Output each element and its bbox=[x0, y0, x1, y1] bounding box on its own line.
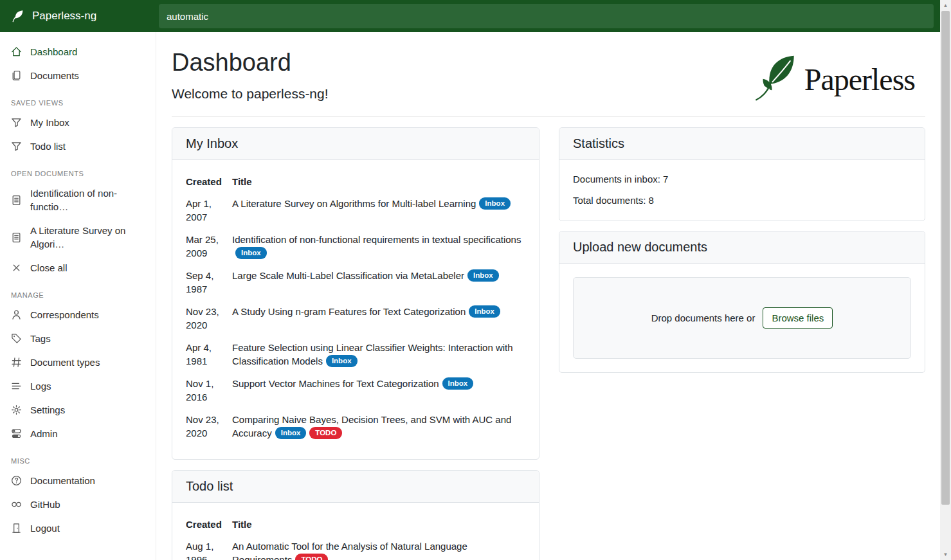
leaf-icon bbox=[11, 9, 25, 23]
sidebar-item-github[interactable]: GitHub bbox=[0, 492, 156, 516]
sidebar-item-close-all[interactable]: Close all bbox=[0, 256, 156, 280]
main-content: Dashboard Welcome to paperless-ng! Paper… bbox=[156, 32, 940, 560]
sidebar-item-documentation[interactable]: Documentation bbox=[0, 469, 156, 492]
tag-icon bbox=[11, 333, 22, 344]
header-divider bbox=[172, 116, 925, 117]
column-header-title: Title bbox=[232, 516, 525, 536]
close-icon bbox=[11, 262, 22, 273]
sidebar-section-misc: MISC bbox=[0, 457, 156, 465]
todo-card: Todo list Created Title Aug 1, 1996An Au… bbox=[172, 470, 539, 560]
search-input[interactable] bbox=[159, 4, 934, 28]
doc-title-link[interactable]: Feature Selection using Linear Classifie… bbox=[232, 342, 513, 366]
tag-badge-inbox[interactable]: Inbox bbox=[275, 427, 307, 439]
statistics-line: Total documents: 8 bbox=[573, 195, 911, 206]
doc-title-link[interactable]: A Study Using n-gram Features for Text C… bbox=[232, 306, 466, 317]
sidebar: DashboardDocumentsSAVED VIEWSMy InboxTod… bbox=[0, 32, 156, 560]
inbox-card: My Inbox Created Title Apr 1, 2007A Lite… bbox=[172, 127, 539, 460]
tag-badge-inbox[interactable]: Inbox bbox=[326, 355, 358, 367]
table-row: Mar 25, 2009Identification of non-functi… bbox=[186, 230, 525, 266]
app-brand[interactable]: Paperless-ng bbox=[0, 0, 156, 32]
sidebar-item-documents[interactable]: Documents bbox=[0, 64, 156, 87]
tag-badge-todo[interactable]: TODO bbox=[295, 554, 328, 560]
table-row: Nov 1, 2016Support Vector Machines for T… bbox=[186, 374, 525, 410]
sidebar-item-document-types[interactable]: Document types bbox=[0, 350, 156, 374]
paperless-leaf-icon bbox=[752, 53, 798, 105]
sidebar-item-label: Settings bbox=[30, 403, 65, 417]
doc-created: Nov 1, 2016 bbox=[186, 374, 232, 410]
table-row: Sep 4, 1987Large Scale Multi-Label Class… bbox=[186, 266, 525, 302]
doc-created: Nov 23, 2020 bbox=[186, 410, 232, 446]
paperless-logo: Paperless bbox=[752, 53, 925, 105]
doc-created: Mar 25, 2009 bbox=[186, 230, 232, 266]
scroll-down-arrow[interactable]: ▼ bbox=[940, 549, 951, 560]
link-icon bbox=[11, 499, 22, 510]
tag-badge-todo[interactable]: TODO bbox=[309, 427, 342, 439]
sidebar-item-admin[interactable]: Admin bbox=[0, 422, 156, 446]
doc-title-link[interactable]: An Automatic Tool for the Analysis of Na… bbox=[232, 541, 467, 560]
doc-title-link[interactable]: A Literature Survey on Algorithms for Mu… bbox=[232, 198, 476, 209]
table-row: Apr 1, 2007A Literature Survey on Algori… bbox=[186, 194, 525, 230]
top-navbar: Paperless-ng bbox=[0, 0, 940, 32]
sidebar-item-label: Identification of non-functio… bbox=[30, 186, 145, 213]
doc-title-link[interactable]: Large Scale Multi-Label Classification v… bbox=[232, 270, 464, 281]
file-icon bbox=[11, 195, 22, 206]
column-header-created: Created bbox=[186, 174, 232, 194]
sidebar-item-tags[interactable]: Tags bbox=[0, 327, 156, 350]
filter-icon bbox=[11, 141, 22, 152]
statistics-card-title: Statistics bbox=[559, 128, 925, 160]
tag-badge-inbox[interactable]: Inbox bbox=[467, 269, 499, 282]
sidebar-item-identification-of-non-functio[interactable]: Identification of non-functio… bbox=[0, 181, 156, 219]
sidebar-item-label: Logout bbox=[30, 521, 60, 535]
sidebar-item-label: A Literature Survey on Algori… bbox=[30, 224, 145, 251]
dropzone-text: Drop documents here or bbox=[651, 312, 756, 323]
brand-label: Paperless-ng bbox=[32, 10, 96, 23]
gear-icon bbox=[11, 404, 22, 415]
sidebar-item-correspondents[interactable]: Correspondents bbox=[0, 303, 156, 327]
column-header-title: Title bbox=[232, 174, 525, 194]
upload-card: Upload new documents Drop documents here… bbox=[559, 231, 925, 373]
sidebar-item-dashboard[interactable]: Dashboard bbox=[0, 40, 156, 64]
page-subtitle: Welcome to paperless-ng! bbox=[172, 86, 329, 102]
page-scrollbar[interactable]: ▲ ▼ bbox=[940, 0, 951, 560]
home-icon bbox=[11, 46, 22, 57]
inbox-table: Created Title Apr 1, 2007A Literature Su… bbox=[186, 174, 525, 446]
column-header-created: Created bbox=[186, 516, 232, 536]
tag-badge-inbox[interactable]: Inbox bbox=[235, 247, 267, 259]
tag-badge-inbox[interactable]: Inbox bbox=[479, 197, 511, 210]
sidebar-item-label: Logs bbox=[30, 379, 51, 393]
sidebar-item-logs[interactable]: Logs bbox=[0, 374, 156, 398]
sidebar-item-label: Todo list bbox=[30, 140, 66, 153]
doc-title-link[interactable]: Comparing Naive Bayes, Decision Trees, a… bbox=[232, 414, 511, 438]
scrollbar-thumb[interactable] bbox=[941, 11, 950, 505]
sidebar-item-a-literature-survey-on-algori[interactable]: A Literature Survey on Algori… bbox=[0, 219, 156, 256]
sidebar-item-my-inbox[interactable]: My Inbox bbox=[0, 111, 156, 134]
hash-icon bbox=[11, 357, 22, 368]
table-row: Apr 4, 1981Feature Selection using Linea… bbox=[186, 338, 525, 374]
sidebar-item-label: Documents bbox=[30, 69, 79, 82]
sidebar-item-logout[interactable]: Logout bbox=[0, 516, 156, 540]
browse-files-button[interactable]: Browse files bbox=[763, 307, 833, 329]
page-title: Dashboard bbox=[172, 49, 329, 77]
sidebar-item-label: Close all bbox=[30, 261, 68, 275]
logo-wordmark: Paperless bbox=[804, 62, 915, 97]
tag-badge-inbox[interactable]: Inbox bbox=[469, 305, 500, 318]
sidebar-section-manage: MANAGE bbox=[0, 291, 156, 299]
doc-title-link[interactable]: Identification of non-functional require… bbox=[232, 234, 521, 245]
upload-card-title: Upload new documents bbox=[559, 231, 925, 264]
file-icon bbox=[11, 232, 22, 243]
upload-dropzone[interactable]: Drop documents here or Browse files bbox=[573, 277, 911, 359]
sidebar-item-todo-list[interactable]: Todo list bbox=[0, 134, 156, 158]
statistics-card: Statistics Documents in inbox: 7Total do… bbox=[559, 127, 925, 221]
doc-title-link[interactable]: Support Vector Machines for Text Categor… bbox=[232, 378, 439, 389]
sidebar-item-label: My Inbox bbox=[30, 116, 69, 129]
inbox-card-title: My Inbox bbox=[172, 128, 539, 160]
sidebar-item-label: GitHub bbox=[30, 498, 60, 511]
sidebar-section-saved-views: SAVED VIEWS bbox=[0, 99, 156, 107]
tag-badge-inbox[interactable]: Inbox bbox=[442, 377, 474, 390]
doc-created: Apr 4, 1981 bbox=[186, 338, 232, 374]
todo-table: Created Title Aug 1, 1996An Automatic To… bbox=[186, 516, 525, 560]
todo-card-title: Todo list bbox=[172, 471, 539, 503]
sidebar-item-settings[interactable]: Settings bbox=[0, 398, 156, 422]
scroll-up-arrow[interactable]: ▲ bbox=[940, 0, 951, 11]
person-icon bbox=[11, 309, 22, 320]
